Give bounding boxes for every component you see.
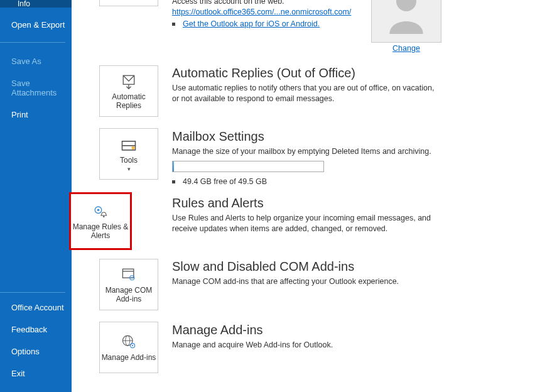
chevron-down-icon: ▾ <box>127 166 131 172</box>
sidebar-item-options[interactable]: Options <box>0 340 72 362</box>
rules-alerts-desc: Use Rules and Alerts to help organize yo… <box>172 213 448 234</box>
avatar-placeholder <box>371 0 441 43</box>
svg-point-17 <box>132 345 133 346</box>
mailbox-settings-title: Mailbox Settings <box>172 129 544 144</box>
automatic-replies-title: Automatic Replies (Out of Office) <box>172 66 544 80</box>
sidebar-item-label: Print <box>11 110 28 119</box>
main-content: Access this account on the web. https://… <box>72 0 557 392</box>
sidebar-item-feedback[interactable]: Feedback <box>0 318 72 340</box>
toolbox-icon <box>120 136 138 153</box>
sidebar-item-print[interactable]: Print <box>0 104 72 126</box>
svg-point-7 <box>97 209 100 212</box>
com-addins-desc: Manage COM add-ins that are affecting yo… <box>172 276 544 287</box>
rules-alerts-title: Rules and Alerts <box>172 196 544 210</box>
tile-label: Manage Rules & Alerts <box>71 222 130 240</box>
sidebar-item-save-attachments[interactable]: Save Attachments <box>0 72 72 104</box>
mailbox-settings-desc: Manage the size of your mailbox by empty… <box>172 146 544 157</box>
get-outlook-app-link[interactable]: Get the Outlook app for iOS or Android. <box>183 19 320 28</box>
globe-gear-icon <box>120 333 138 351</box>
storage-progress-bar <box>172 161 324 172</box>
svg-point-0 <box>396 0 416 11</box>
sidebar-item-label: Save Attachments <box>11 79 57 97</box>
tools-tile[interactable]: Tools ▾ <box>99 128 158 180</box>
sidebar-separator <box>0 292 65 293</box>
change-photo-link[interactable]: Change <box>371 44 441 53</box>
manage-addins-tile[interactable]: Manage Add-ins <box>99 322 158 373</box>
sidebar-item-open-export[interactable]: Open & Export <box>0 8 72 42</box>
svg-point-5 <box>131 146 134 150</box>
tile-label: Tools <box>120 156 138 165</box>
sidebar-item-label: Feedback <box>11 325 47 334</box>
storage-free-text: 49.4 GB free of 49.5 GB <box>183 177 267 186</box>
window-gear-icon <box>120 266 138 283</box>
sidebar-bottom-group: Office Account Feedback Options Exit <box>0 292 72 392</box>
automatic-replies-desc: Use automatic replies to notify others t… <box>172 83 436 104</box>
tile-label: Manage Add-ins <box>102 353 156 362</box>
automatic-replies-tile[interactable]: Automatic Replies <box>99 65 158 117</box>
person-icon <box>381 0 431 34</box>
sidebar-item-label: Options <box>11 347 40 356</box>
svg-rect-2 <box>122 141 136 146</box>
bullet-icon <box>172 180 175 183</box>
tile-label: Automatic Replies <box>100 92 158 110</box>
sidebar-item-info[interactable]: Info <box>0 0 72 8</box>
sidebar-item-office-account[interactable]: Office Account <box>0 297 72 318</box>
backstage-sidebar: Info Open & Export Save As Save Attachme… <box>0 0 72 392</box>
sidebar-item-label: Info <box>18 0 30 8</box>
change-photo-label: Change <box>392 44 420 53</box>
account-settings-tile[interactable] <box>99 0 158 6</box>
manage-com-addins-tile[interactable]: Manage COM Add-ins <box>99 259 158 310</box>
svg-point-12 <box>131 277 132 278</box>
envelope-out-icon <box>120 72 138 90</box>
sidebar-item-exit[interactable]: Exit <box>0 362 72 384</box>
manage-addins-title: Manage Add-ins <box>172 323 544 337</box>
manage-rules-alerts-tile[interactable]: Manage Rules & Alerts <box>69 192 132 250</box>
svg-point-8 <box>103 216 104 217</box>
storage-progress-fill <box>173 161 174 172</box>
bullet-icon <box>172 23 175 26</box>
sidebar-item-label: Exit <box>11 369 25 378</box>
manage-addins-desc: Manage and acquire Web Add-ins for Outlo… <box>172 340 544 351</box>
account-web-url-link[interactable]: https://outlook.office365.com/...ne.onmi… <box>172 8 351 16</box>
sidebar-item-label: Save As <box>11 57 41 66</box>
sidebar-item-save-as[interactable]: Save As <box>0 43 72 72</box>
account-access-text: Access this account on the web. <box>172 0 544 7</box>
tile-label: Manage COM Add-ins <box>100 286 158 303</box>
sidebar-item-label: Open & Export <box>11 20 65 30</box>
gear-bell-icon <box>92 202 109 220</box>
sidebar-item-label: Office Account <box>11 303 64 312</box>
svg-rect-9 <box>122 269 134 278</box>
com-addins-title: Slow and Disabled COM Add-ins <box>172 259 544 274</box>
